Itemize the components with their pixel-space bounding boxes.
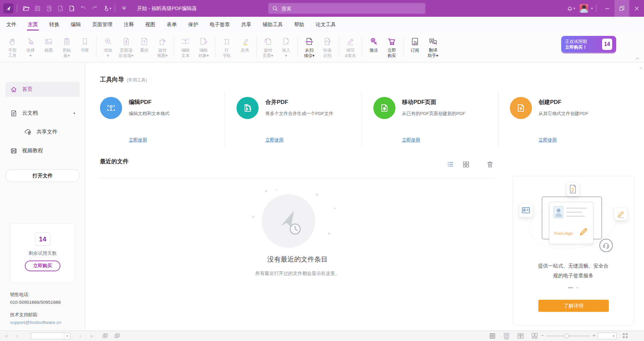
edit-object-button[interactable]: 编辑对象▾ [195,35,213,60]
zoom-percent-caret-icon[interactable]: ▼ [611,335,616,338]
use-now-link[interactable]: 立即使用 [129,137,147,143]
menu-paper-tools[interactable]: 论文工具 [310,17,341,32]
card-create-pdf[interactable]: 创建PDF 从其它格式文件创建PDF 立即使用 [498,92,635,147]
use-now-link[interactable]: 立即使用 [402,137,420,143]
zoom-out-icon[interactable]: − [541,332,544,339]
sidebar-item-cloud-documents[interactable]: 云文档 ▾ [5,106,80,121]
new-page-icon[interactable] [66,2,77,14]
cloud-documents-caret-icon[interactable]: ▾ [73,111,75,115]
snapshot-button[interactable]: 截图 [40,35,58,60]
search-input[interactable] [281,6,409,11]
print-icon[interactable] [43,2,55,14]
continuous-view-icon[interactable] [503,333,510,339]
card-merge-pdf[interactable]: 合并PDF 将多个文件合并生成一个PDF文件 立即使用 [225,92,361,147]
empty-state-title: 没有最近的文件条目 [100,255,495,264]
grid-view-icon[interactable] [462,161,470,168]
sidebar-item-home[interactable]: 首页 [5,82,80,97]
activate-button[interactable]: 激活 [365,35,383,60]
collapse-toolbar-chevron-icon[interactable] [635,55,639,61]
rotate-pages-button[interactable]: 旋转页面▾ [259,35,277,60]
touch-mode-caret-icon[interactable]: ▾ [110,7,111,10]
carousel-dot[interactable] [576,287,579,288]
page-number-box[interactable]: ▼ [31,333,70,339]
account-caret-icon[interactable]: ▾ [591,7,593,10]
zoom-in-icon[interactable]: + [592,332,595,339]
restore-button[interactable] [614,0,629,17]
redo-icon[interactable] [89,2,100,14]
use-now-link[interactable]: 立即使用 [265,137,283,143]
card-move-pdf-pages[interactable]: 移动PDF页面 从已有的PDF页面创建新的PDF 立即使用 [362,92,498,147]
undo-icon[interactable] [77,2,89,14]
support-email-link[interactable]: support@foxitsoftware.cn [10,319,61,326]
export-page-icon[interactable] [55,2,66,14]
learn-more-button[interactable]: 了解详情 [538,300,609,312]
notifications-caret-icon[interactable]: ▾ [574,7,575,10]
typewriter-button[interactable]: 打字机 [218,35,236,60]
subscribe-button[interactable]: 订阅 [406,35,424,60]
hand-tool-button[interactable]: 手型工具 [3,35,21,60]
card-edit-pdf[interactable]: 编辑PDF 编辑文档和文本格式 立即使用 [100,92,225,147]
clipboard-button[interactable]: 剪贴板▾ [58,35,76,60]
menu-share[interactable]: 共享 [235,17,257,32]
carousel-dots[interactable] [513,287,634,288]
menu-page-management[interactable]: 页面管理 [87,17,118,32]
use-now-link[interactable]: 立即使用 [539,137,557,143]
menu-file[interactable]: 文件 [1,17,22,32]
open-file-button[interactable]: 打开文件 [5,169,80,182]
menu-comment[interactable]: 注释 [118,17,140,32]
page-number-caret-icon[interactable]: ▼ [64,333,70,339]
previous-view-icon[interactable] [102,333,108,339]
scrollbar-up-arrow[interactable] [639,65,643,71]
menu-esign[interactable]: 电子签章 [204,17,235,32]
menu-convert[interactable]: 转换 [44,17,65,32]
menu-edit[interactable]: 编辑 [65,17,87,32]
buy-now-pill-button[interactable]: 立即购买 [25,261,60,271]
zoom-slider-thumb[interactable] [564,334,569,338]
highlight-button[interactable]: 高亮 [236,35,254,60]
from-scanner-button[interactable]: 从扫描仪▾ [300,35,318,60]
menu-form[interactable]: 表单 [161,17,182,32]
carousel-dot-active[interactable] [568,287,573,288]
continuous-facing-view-icon[interactable] [531,333,538,339]
sidebar-item-shared-files[interactable]: 共享文件 [5,124,80,139]
trash-icon[interactable] [486,161,494,168]
fit-options-button[interactable]: 页面适应选项▾ [117,35,135,60]
close-button[interactable] [629,0,644,17]
buy-now-button[interactable]: 立即购买 [383,35,401,60]
next-view-icon[interactable] [114,333,120,339]
menu-view[interactable]: 视图 [140,17,161,32]
translate-assistant-button[interactable]: A 翻译助手▾ [424,35,442,60]
facing-view-icon[interactable] [517,333,524,339]
svg-text:OCR: OCR [325,40,331,43]
insert-pages-button[interactable]: 插入▾ [277,35,295,60]
zoom-button[interactable]: 缩放▾ [99,35,117,60]
fullscreen-icon[interactable] [622,332,629,339]
select-tool-button[interactable]: 选择▾ [21,35,40,60]
list-view-icon[interactable] [447,161,454,168]
last-page-icon[interactable]: » [90,333,93,339]
user-avatar[interactable] [580,4,588,13]
collapse-ribbon-icon[interactable] [118,2,130,14]
trial-period-badge[interactable]: 正在试用期 立即购买！ 14 [561,36,616,53]
sidebar-item-video-tutorials[interactable]: 视频教程 [5,143,80,158]
edit-text-button[interactable]: 编辑文本 [176,35,195,60]
single-page-view-icon[interactable] [489,333,496,339]
menu-protect[interactable]: 保护 [182,17,204,32]
first-page-icon[interactable]: « [5,333,8,339]
menu-home[interactable]: 主页 [22,17,44,32]
menu-help[interactable]: 帮助 [288,17,310,32]
open-file-icon[interactable] [20,2,32,14]
menu-accessibility[interactable]: 辅助工具 [257,17,288,32]
minimize-button[interactable] [600,0,614,17]
quick-ocr-button[interactable]: OCR 快速识别 [318,35,336,60]
next-page-icon[interactable]: › [79,333,81,339]
search-bar[interactable] [268,3,425,14]
page-number-input[interactable] [31,333,64,339]
fill-sign-button[interactable]: 填写&签名 [341,35,360,60]
previous-page-icon[interactable]: ‹ [16,333,18,339]
rotate-view-button[interactable]: 旋转视图▾ [153,35,171,60]
bookmark-button[interactable]: 书签 [76,35,94,60]
zoom-percent-box[interactable]: ▼ [598,333,616,339]
reflow-button[interactable]: 重排 [135,35,153,60]
save-icon[interactable] [32,2,43,14]
